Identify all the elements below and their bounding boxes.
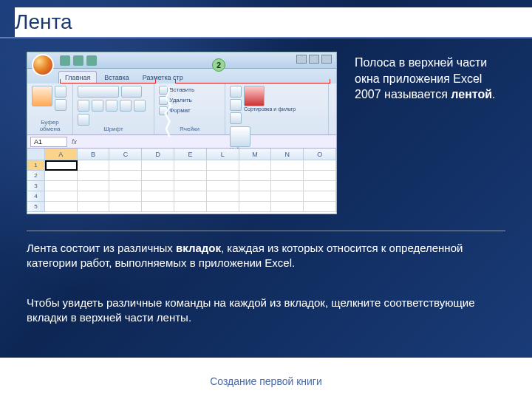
cell[interactable] [207,160,239,171]
cell[interactable] [174,202,207,212]
col-header-e[interactable]: E [174,149,207,160]
minimize-icon[interactable] [296,55,307,64]
select-all-corner[interactable] [27,149,45,160]
col-header-l[interactable]: L [207,149,239,160]
row-header-1[interactable]: 1 [27,160,45,171]
cell[interactable] [109,171,142,181]
cell[interactable] [45,181,78,191]
office-button-icon[interactable] [32,54,54,76]
cell[interactable] [304,191,336,202]
font-color-icon[interactable] [78,114,89,126]
cell[interactable] [271,202,304,212]
quick-access-toolbar [60,55,97,66]
divider [27,231,505,231]
name-box[interactable]: A1 [30,137,67,147]
autosum-icon[interactable] [230,86,242,98]
font-name-dropdown[interactable] [78,86,119,98]
cell[interactable] [45,202,78,212]
qat-save-icon[interactable] [60,55,70,66]
excel-screenshot: 1 2 Главная Вставка Разметка стр [27,52,337,214]
sort-filter-icon[interactable] [244,86,265,106]
cell[interactable] [207,191,239,202]
copy-icon[interactable] [55,99,66,111]
cell[interactable] [207,171,239,181]
cell[interactable] [78,160,110,171]
row-header-5[interactable]: 5 [27,202,45,212]
group-editing: Сортировка и фильтр Найти и выделить Ред… [225,83,329,134]
find-icon[interactable] [230,126,250,147]
cell[interactable] [271,160,304,171]
row-header-2[interactable]: 2 [27,171,45,181]
cell[interactable] [174,191,207,202]
cell[interactable] [174,171,207,181]
col-header-c[interactable]: C [109,149,142,160]
cell[interactable] [239,181,272,191]
cell[interactable] [239,160,272,171]
grid-rows: 1 2 3 4 5 [27,160,336,212]
cell[interactable] [239,191,272,202]
cell[interactable] [45,171,78,181]
cell[interactable] [271,181,304,191]
close-icon[interactable] [321,55,332,64]
cell[interactable] [78,171,110,181]
cell[interactable] [174,181,207,191]
cell[interactable] [109,160,142,171]
font-size-dropdown[interactable] [121,86,142,98]
italic-icon[interactable] [92,100,103,112]
cell[interactable] [271,191,304,202]
cell[interactable] [78,202,110,212]
col-header-a[interactable]: A [45,149,78,160]
cell[interactable] [239,202,272,212]
cell[interactable] [142,181,174,191]
cut-icon[interactable] [55,86,66,98]
grid-row: 3 [27,181,336,191]
cell[interactable] [271,171,304,181]
cell[interactable] [304,202,336,212]
fx-icon[interactable]: fx [72,138,77,146]
cell[interactable] [109,202,142,212]
cell[interactable] [304,181,336,191]
cell[interactable] [239,171,272,181]
title-underline [0,37,532,38]
paste-icon[interactable] [32,86,52,106]
cell[interactable] [207,202,239,212]
cell[interactable] [109,181,142,191]
side-text-2: . [492,88,495,100]
cell[interactable] [142,160,174,171]
cell[interactable] [142,202,174,212]
col-header-n[interactable]: N [271,149,304,160]
group-label-clipboard: Буфер обмена [32,119,68,132]
cell[interactable] [78,191,110,202]
delete-label: Удалить [169,97,192,103]
footer-text: Создание первой книги [0,375,532,387]
row-header-4[interactable]: 4 [27,191,45,202]
col-header-m[interactable]: M [239,149,272,160]
fill-icon[interactable] [230,99,242,111]
clear-icon[interactable] [230,112,242,124]
cell[interactable] [142,171,174,181]
paragraph-2: Чтобы увидеть различные команды на каждо… [27,296,488,326]
qat-redo-icon[interactable] [86,55,97,66]
col-header-b[interactable]: B [78,149,110,160]
cell[interactable] [109,191,142,202]
qat-undo-icon[interactable] [73,55,83,66]
cell[interactable] [304,160,336,171]
col-header-o[interactable]: O [304,149,336,160]
cell[interactable] [142,191,174,202]
cell-a1[interactable] [45,160,78,171]
cell[interactable] [207,181,239,191]
cell[interactable] [174,160,207,171]
underline-icon[interactable] [106,100,117,112]
insert-label: Вставить [169,86,194,93]
side-text-bold: лентой [451,88,492,100]
grid-row: 4 [27,191,336,202]
bold-icon[interactable] [78,100,89,112]
maximize-icon[interactable] [309,55,319,64]
fill-color-icon[interactable] [134,100,146,112]
col-header-d[interactable]: D [142,149,174,160]
cell[interactable] [45,191,78,202]
cell[interactable] [78,181,110,191]
border-icon[interactable] [120,100,132,112]
row-header-3[interactable]: 3 [27,181,45,191]
cell[interactable] [304,171,336,181]
